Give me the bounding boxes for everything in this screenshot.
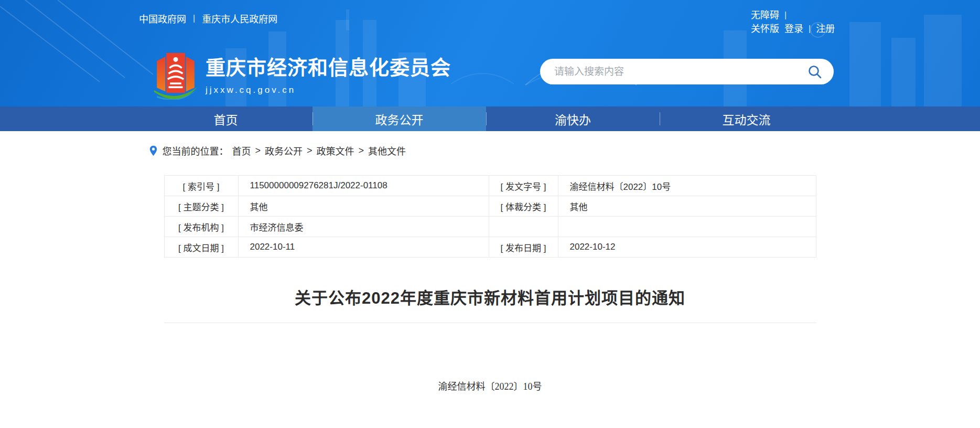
table-row: [ 成文日期 ] 2022-10-11 [ 发布日期 ] 2022-10-12 xyxy=(164,237,816,258)
meta-value-topic-category: 其他 xyxy=(238,196,489,217)
topbar-right-row2: 关怀版 登录 | 注册 xyxy=(751,22,856,36)
search-icon xyxy=(807,64,823,80)
site-title: 重庆市经济和信息化委员会 xyxy=(206,51,451,80)
site-url: jjxxw.cq.gov.cn xyxy=(206,85,451,95)
nav-item-government-affairs[interactable]: 政务公开 xyxy=(313,106,486,131)
meta-label-publish-date: [ 发布日期 ] xyxy=(489,237,558,258)
meta-label-index-number: [ 索引号 ] xyxy=(164,176,238,196)
meta-label-document-symbol: [ 发文字号 ] xyxy=(489,176,558,196)
login-link[interactable]: 登录 xyxy=(784,22,803,36)
meta-label-written-date: [ 成文日期 ] xyxy=(164,237,238,258)
breadcrumb: 您当前的位置： 首页 > 政务公开 > 政策文件 > 其他文件 xyxy=(149,144,816,157)
title-divider xyxy=(164,323,816,323)
page-title: 关于公布2022年度重庆市新材料首用计划项目的通知 xyxy=(164,285,816,308)
search-box xyxy=(540,59,834,84)
site-header: 中国政府网 | 重庆市人民政府网 无障碍 | 关怀版 登录 | 注册 xyxy=(0,0,980,106)
breadcrumb-separator: > xyxy=(255,145,261,156)
meta-table: [ 索引号 ] 11500000009276281J/2022-01108 [ … xyxy=(164,175,816,258)
breadcrumb-item-other-documents[interactable]: 其他文件 xyxy=(368,144,406,157)
table-row: [ 主题分类 ] 其他 [ 体裁分类 ] 其他 xyxy=(164,196,816,217)
meta-label-topic-category: [ 主题分类 ] xyxy=(164,196,238,217)
topbar-separator: | xyxy=(784,8,787,22)
meta-value-index-number: 11500000009276281J/2022-01108 xyxy=(238,176,489,196)
meta-value-issuing-agency: 市经济信息委 xyxy=(238,217,489,237)
meta-value-empty xyxy=(558,217,816,237)
site-logo-icon xyxy=(153,50,198,100)
topbar-separator: | xyxy=(809,22,811,36)
meta-label-issuing-agency: [ 发布机构 ] xyxy=(164,217,238,237)
topbar-right: 无障碍 | 关怀版 登录 | 注册 xyxy=(751,8,856,36)
breadcrumb-item-home[interactable]: 首页 xyxy=(232,144,251,157)
topbar-left: 中国政府网 | 重庆市人民政府网 xyxy=(139,12,277,25)
topbar-separator: | xyxy=(193,14,195,23)
search-input[interactable] xyxy=(554,66,805,78)
table-row: [ 发布机构 ] 市经济信息委 xyxy=(164,217,816,237)
meta-value-publish-date: 2022-10-12 xyxy=(558,237,816,258)
main-nav: 首页 政务公开 渝快办 互动交流 xyxy=(0,106,980,131)
breadcrumb-item-policy-documents[interactable]: 政策文件 xyxy=(317,144,354,157)
breadcrumb-separator: > xyxy=(307,145,313,156)
nav-item-interaction[interactable]: 互动交流 xyxy=(660,106,833,131)
site-logo[interactable] xyxy=(153,50,198,100)
nav-inner: 首页 政务公开 渝快办 互动交流 xyxy=(139,106,833,131)
meta-value-document-symbol: 渝经信材料〔2022〕10号 xyxy=(558,176,816,196)
main-content: 您当前的位置： 首页 > 政务公开 > 政策文件 > 其他文件 [ 索引号 ] … xyxy=(164,144,816,392)
brand-text: 重庆市经济和信息化委员会 jjxxw.cq.gov.cn xyxy=(206,51,451,95)
meta-label-empty xyxy=(489,217,558,237)
document-number: 渝经信材料〔2022〕10号 xyxy=(164,379,816,392)
meta-label-genre-category: [ 体裁分类 ] xyxy=(489,196,558,217)
link-chongqing-gov[interactable]: 重庆市人民政府网 xyxy=(202,12,277,25)
search-button[interactable] xyxy=(805,62,824,81)
nav-item-home[interactable]: 首页 xyxy=(139,106,313,131)
meta-value-written-date: 2022-10-11 xyxy=(238,237,489,258)
nav-item-yukuaiban[interactable]: 渝快办 xyxy=(486,106,660,131)
care-version-link[interactable]: 关怀版 xyxy=(751,22,779,36)
breadcrumb-separator: > xyxy=(359,145,364,156)
topbar-right-row1: 无障碍 | xyxy=(751,8,856,22)
link-china-gov[interactable]: 中国政府网 xyxy=(139,12,186,25)
location-pin-icon xyxy=(149,145,157,156)
meta-value-genre-category: 其他 xyxy=(558,196,816,217)
register-link[interactable]: 注册 xyxy=(816,22,835,36)
accessibility-link[interactable]: 无障碍 xyxy=(751,8,779,22)
breadcrumb-prefix: 您当前的位置： xyxy=(163,144,229,157)
table-row: [ 索引号 ] 11500000009276281J/2022-01108 [ … xyxy=(164,176,816,196)
breadcrumb-item-government-affairs[interactable]: 政务公开 xyxy=(265,144,303,157)
